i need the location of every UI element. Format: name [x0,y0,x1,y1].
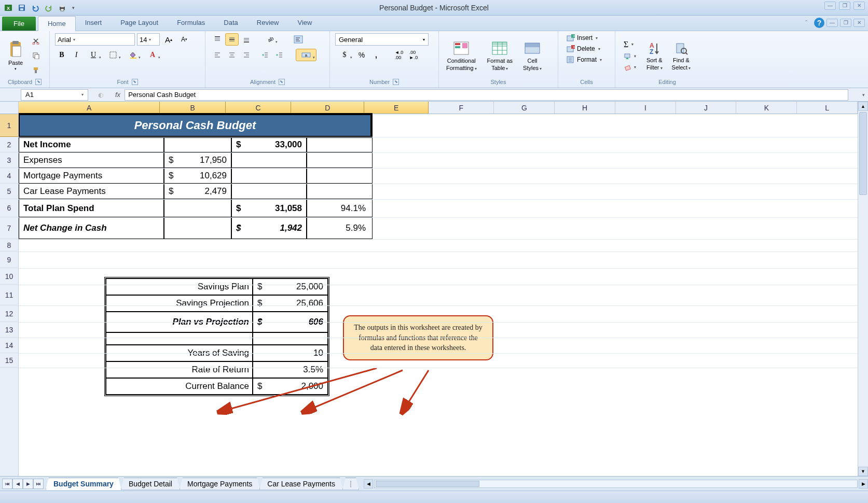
tab-nav-last[interactable]: ⏭ [33,479,44,489]
decrease-font-button[interactable]: A▾ [177,33,191,46]
hscroll-thumb[interactable] [376,481,479,487]
accounting-format-button[interactable]: $ [335,49,354,61]
row-header-12[interactable]: 12 [0,305,18,322]
alignment-dialog-launcher[interactable]: ⬊ [279,79,285,85]
column-header-D[interactable]: D [291,102,364,114]
clear-button[interactable] [621,63,639,72]
maximize-button[interactable]: ❐ [839,2,850,10]
wrap-text-button[interactable] [292,33,305,46]
column-header-B[interactable]: B [160,102,225,114]
row-header-9[interactable]: 9 [0,252,18,268]
formula-input[interactable]: Personal Cash Budget [125,89,848,101]
select-all-corner[interactable] [0,102,18,114]
tab-nav-first[interactable]: ⏮ [2,479,12,489]
autosum-button[interactable]: Σ [621,39,639,50]
decrease-decimal-button[interactable]: .00►.0 [407,49,420,61]
row-header-10[interactable]: 10 [0,268,18,285]
increase-font-button[interactable]: A▴ [162,33,175,46]
tab-page-layout[interactable]: Page Layout [111,16,168,31]
number-dialog-launcher[interactable]: ⬊ [393,79,399,85]
excel-icon[interactable]: X [2,2,15,13]
row-header-5[interactable]: 5 [0,184,18,199]
fill-button[interactable] [621,52,639,61]
column-header-F[interactable]: F [429,102,494,114]
help-icon[interactable]: ? [814,18,824,28]
workbook-close-button[interactable]: ✕ [853,19,865,27]
column-header-G[interactable]: G [494,102,555,114]
tab-nav-next[interactable]: ▶ [23,479,33,489]
orientation-button[interactable]: ab [260,33,279,46]
scroll-thumb[interactable] [859,112,867,195]
clipboard-dialog-launcher[interactable]: ⬊ [35,79,42,85]
hscroll-left[interactable]: ◀ [364,479,373,488]
fx-button[interactable]: fx [111,91,125,99]
delete-cells-button[interactable]: ×Delete [563,44,603,53]
find-select-button[interactable]: Find & Select [670,39,693,72]
close-button[interactable]: ✕ [853,2,865,10]
new-sheet-button[interactable] [342,478,359,490]
underline-button[interactable]: U [84,49,103,61]
sheet-tab-budget-summary[interactable]: Budget Summary [46,478,121,490]
sheet-tab-budget-detail[interactable]: Budget Detail [121,478,180,490]
format-cells-button[interactable]: Format [563,55,605,64]
row-header-2[interactable]: 2 [0,137,18,152]
increase-decimal-button[interactable]: ◄.0.00 [392,49,406,61]
font-color-button[interactable]: A [143,49,162,61]
align-left-button[interactable] [211,49,224,61]
scroll-up-button[interactable]: ▲ [858,102,868,111]
merge-center-button[interactable]: a [296,49,316,61]
cut-button[interactable] [29,35,43,47]
align-bottom-button[interactable] [240,33,253,46]
tab-formulas[interactable]: Formulas [168,16,214,31]
save-icon[interactable] [16,2,28,13]
column-header-H[interactable]: H [555,102,615,114]
number-format-select[interactable]: General▾ [335,33,429,46]
row-header-15[interactable]: 15 [0,353,18,368]
vertical-scrollbar[interactable]: ▲ ▼ [858,102,868,476]
tab-home[interactable]: Home [38,16,76,31]
row-header-13[interactable]: 13 [0,322,18,338]
cell-styles-button[interactable]: Cell Styles [521,39,544,72]
paste-button[interactable]: Paste ▾ [5,39,26,72]
workbook-maximize-button[interactable]: ❐ [840,19,851,27]
expand-formula-bar[interactable]: ▾ [859,92,868,97]
hscroll-track[interactable] [374,480,858,488]
tab-nav-prev[interactable]: ◀ [12,479,23,489]
row-header-6[interactable]: 6 [0,199,18,217]
row-header-14[interactable]: 14 [0,338,18,353]
font-size-select[interactable]: 14▾ [137,33,160,46]
sort-filter-button[interactable]: AZ Sort & Filter [644,39,665,72]
font-name-select[interactable]: Arial▾ [55,33,135,46]
column-header-C[interactable]: C [226,102,291,114]
minimize-button[interactable]: — [824,2,836,10]
column-header-E[interactable]: E [364,102,429,114]
align-middle-button[interactable] [225,33,239,46]
font-dialog-launcher[interactable]: ⬊ [132,79,138,85]
column-header-I[interactable]: I [615,102,676,114]
row-header-3[interactable]: 3 [0,152,18,168]
increase-indent-button[interactable] [273,49,286,61]
insert-cells-button[interactable]: +Insert [563,33,601,43]
tab-view[interactable]: View [288,16,321,31]
hscroll-right[interactable]: ▶ [859,479,868,488]
ribbon-minimize-icon[interactable]: ⌃ [801,19,812,27]
column-header-J[interactable]: J [676,102,737,114]
scroll-down-button[interactable]: ▼ [858,467,868,476]
redo-icon[interactable] [43,2,55,13]
qat-customize-icon[interactable]: ▾ [70,2,77,13]
name-box[interactable]: A1▾ [21,89,88,101]
percent-format-button[interactable]: % [355,49,368,61]
bold-button[interactable]: B [55,49,68,61]
conditional-formatting-button[interactable]: Conditional Formatting [444,39,479,72]
format-painter-button[interactable] [29,64,43,76]
sheet-tab-car-lease-payments[interactable]: Car Lease Payments [259,478,343,490]
column-header-L[interactable]: L [797,102,858,114]
fill-color-button[interactable] [123,49,142,61]
format-as-table-button[interactable]: Format as Table [485,39,515,72]
workbook-minimize-button[interactable]: — [826,19,838,27]
sheet-tab-mortgage-payments[interactable]: Mortgage Payments [180,478,260,490]
comma-format-button[interactable]: , [369,49,383,61]
align-right-button[interactable] [240,49,253,61]
tab-review[interactable]: Review [247,16,288,31]
copy-button[interactable] [29,49,43,62]
